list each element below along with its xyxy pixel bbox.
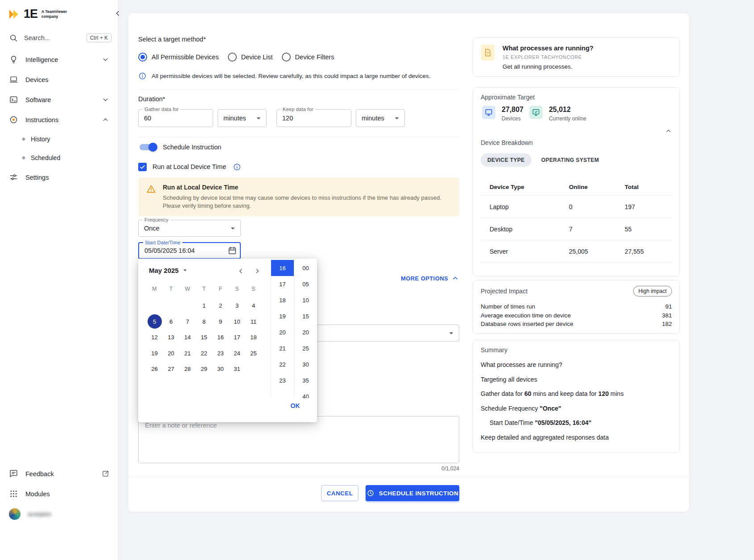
radio-all-permissible-devices[interactable]: All Permissible Devices	[138, 52, 222, 62]
schedule-instruction-button[interactable]: SCHEDULE INSTRUCTION	[366, 485, 459, 501]
hour-option[interactable]: 21	[271, 340, 294, 356]
hour-option[interactable]: 23	[271, 372, 294, 388]
calendar-day[interactable]: 5	[148, 314, 162, 329]
month-selector[interactable]: May 2025	[149, 266, 190, 275]
sidebar-item-intelligence[interactable]: Intelligence	[0, 49, 118, 70]
calendar-day[interactable]: 13	[163, 329, 179, 346]
calendar-day[interactable]: 14	[179, 329, 196, 346]
calendar-day[interactable]: 10	[229, 314, 245, 330]
minute-option[interactable]: 20	[294, 324, 317, 340]
keep-unit-select[interactable]: minutes	[356, 109, 405, 127]
sidebar-item-scheduled[interactable]: Scheduled	[0, 148, 118, 167]
minute-option[interactable]: 00	[294, 260, 317, 276]
search-bar[interactable]: Search... Ctrl + K	[0, 29, 118, 47]
calendar-day[interactable]: 9	[212, 314, 229, 330]
calendar-day	[163, 298, 179, 314]
note-textarea[interactable]	[139, 416, 459, 463]
prev-month-button[interactable]	[235, 265, 247, 277]
calendar-day[interactable]: 25	[245, 346, 262, 362]
calendar-day[interactable]: 21	[179, 346, 196, 362]
calendar-day[interactable]: 16	[212, 329, 229, 346]
sidebar-item-feedback[interactable]: Feedback	[0, 464, 118, 484]
calendar-day[interactable]: 17	[229, 329, 245, 346]
keep-data-field[interactable]: Keep data for	[276, 109, 351, 127]
sidebar-item-devices[interactable]: Devices	[0, 70, 118, 90]
minute-option[interactable]: 05	[294, 276, 317, 292]
calendar-day[interactable]: 8	[196, 314, 212, 330]
calendar-day[interactable]: 31	[229, 361, 245, 377]
calendar-day[interactable]: 11	[245, 314, 262, 330]
more-options-button[interactable]: MORE OPTIONS	[401, 274, 459, 282]
gather-data-field[interactable]: Gather data for	[138, 109, 213, 127]
hour-option[interactable]: 16	[271, 260, 294, 276]
hour-option[interactable]: 22	[271, 356, 294, 372]
tab-device-type[interactable]: DEVICE TYPE	[481, 153, 532, 167]
ok-button[interactable]: OK	[287, 399, 304, 412]
calendar-day[interactable]: 15	[196, 329, 212, 346]
minute-option[interactable]: 25	[294, 340, 317, 356]
calendar-day[interactable]: 7	[179, 314, 196, 330]
sidebar-collapse-button[interactable]	[111, 7, 124, 20]
minute-option[interactable]: 35	[294, 372, 317, 388]
info-icon	[138, 72, 147, 80]
calendar-day[interactable]: 28	[179, 361, 196, 377]
schedule-toggle-row: Schedule Instruction	[138, 142, 221, 152]
gather-unit-select[interactable]: minutes	[218, 109, 267, 127]
calendar-day[interactable]: 20	[163, 346, 179, 362]
calendar-day[interactable]: 24	[229, 346, 245, 362]
calendar-day[interactable]: 30	[212, 361, 229, 377]
radio-device-list[interactable]: Device List	[228, 52, 276, 62]
device-table-cell: 27,555	[625, 248, 673, 255]
hour-option[interactable]: 17	[271, 276, 294, 292]
calendar-day[interactable]: 12	[146, 329, 163, 346]
calendar-day[interactable]: 2	[212, 298, 229, 314]
next-month-button[interactable]	[251, 265, 263, 277]
minute-option[interactable]: 10	[294, 292, 317, 308]
sidebar-item-user[interactable]: scorpion	[0, 504, 118, 524]
hour-option[interactable]: 18	[271, 292, 294, 308]
run-local-time-checkbox[interactable]	[138, 163, 147, 171]
calendar-day[interactable]: 26	[146, 361, 163, 377]
minute-option[interactable]: 30	[294, 356, 317, 372]
hour-option[interactable]: 20	[271, 324, 294, 340]
collapse-chevron-icon[interactable]	[664, 127, 672, 135]
sidebar-item-history[interactable]: History	[0, 130, 118, 148]
avatar	[9, 508, 21, 520]
start-datetime-field[interactable]: Start Date/Time	[138, 242, 241, 259]
sidebar-item-modules[interactable]: Modules	[0, 484, 118, 504]
gather-data-input[interactable]	[139, 115, 213, 122]
hour-option[interactable]: 19	[271, 308, 294, 324]
tab-operating-system[interactable]: OPERATING SYSTEM	[535, 153, 606, 167]
frequency-select[interactable]: Frequency Once	[138, 220, 241, 237]
calendar-day[interactable]: 29	[196, 361, 212, 377]
calendar-day[interactable]: 22	[196, 346, 212, 362]
minute-option[interactable]: 40	[294, 388, 317, 398]
search-icon	[9, 33, 18, 42]
calendar-day[interactable]: 23	[212, 346, 229, 362]
cancel-button[interactable]: CANCEL	[321, 485, 358, 501]
approximate-target-title: Approximate Target	[481, 94, 535, 101]
device-table-cell: Desktop	[481, 226, 569, 233]
sidebar-item-software[interactable]: Software	[0, 90, 118, 110]
calendar-day[interactable]: 1	[196, 298, 212, 314]
calendar-day[interactable]: 27	[163, 361, 179, 377]
info-icon[interactable]	[233, 163, 241, 171]
approximate-target-card: Approximate Target 27,807 Devices 25,012…	[473, 87, 680, 276]
sidebar-item-instructions[interactable]: Instructions	[0, 110, 118, 130]
calendar-icon[interactable]	[227, 246, 237, 255]
radio-device-filters[interactable]: Device Filters	[282, 52, 337, 62]
device-table-cell: 7	[569, 226, 625, 233]
start-datetime-input[interactable]	[139, 247, 227, 254]
sidebar-item-settings[interactable]: Settings	[0, 167, 118, 187]
schedule-instruction-toggle[interactable]	[140, 144, 156, 150]
calendar-day[interactable]: 4	[245, 298, 262, 314]
local-time-warning-alert: Run at Local Device Time Scheduling by d…	[138, 177, 459, 216]
calendar-day[interactable]: 3	[229, 298, 245, 314]
sidebar: 1E A TeamViewercompany Search... Ctrl + …	[0, 0, 118, 560]
minute-option[interactable]: 15	[294, 308, 317, 324]
calendar-day[interactable]: 6	[163, 314, 179, 330]
keep-data-input[interactable]	[277, 115, 351, 122]
calendar-day[interactable]: 18	[245, 329, 262, 346]
calendar-day[interactable]: 19	[146, 346, 163, 362]
instruction-description: Get all running processes.	[503, 63, 593, 70]
